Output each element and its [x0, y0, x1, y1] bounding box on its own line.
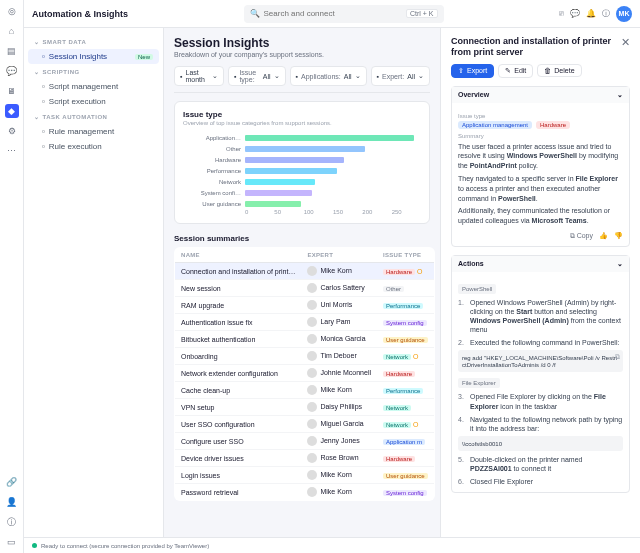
filter-chip[interactable]: ▪Last month⌄	[174, 66, 224, 86]
table-row[interactable]: RAM upgradeUni MorrisPerformance	[175, 297, 435, 314]
overview-accordion[interactable]: Overview⌄	[452, 87, 629, 103]
insights-icon[interactable]: ◆	[5, 104, 19, 118]
thumbs-down-icon[interactable]: 👎	[614, 232, 623, 240]
topbar: Automation & Insights 🔍 Ctrl + K ⎚ 💬 🔔 ⓘ…	[24, 0, 640, 28]
filter-chip[interactable]: ▪Applications:All⌄	[290, 66, 367, 86]
actions-accordion[interactable]: Actions⌄	[452, 256, 629, 272]
chevron-down-icon: ⌄	[34, 68, 40, 75]
tag-icon: ▪	[234, 73, 236, 80]
copy-button[interactable]: ⧉ Copy	[570, 232, 593, 240]
remote-icon[interactable]: 🖥	[5, 84, 19, 98]
filter-bar: ▪Last month⌄▪Issue type:All⌄▪Application…	[174, 66, 430, 93]
step-5: Double-clicked on the printer named PDZZ…	[470, 455, 623, 473]
table-row[interactable]: OnboardingTim DeboerNetwork O	[175, 348, 435, 365]
table-row[interactable]: User SSO configurationMiguel GarciaNetwo…	[175, 416, 435, 433]
section-header[interactable]: ⌄SMART DATA	[28, 34, 159, 49]
table-row[interactable]: Cache clean-upMike KornPerformance	[175, 382, 435, 399]
section-header[interactable]: ⌄TASK AUTOMATION	[28, 109, 159, 124]
table-row[interactable]: Device driver issuesRose BrownHardware	[175, 450, 435, 467]
table-row[interactable]: Connection and installation of print…Mik…	[175, 263, 435, 280]
help-icon[interactable]: ⓘ	[5, 515, 19, 529]
bar-row: System confi…	[183, 187, 421, 198]
item-icon: ▫	[42, 142, 45, 151]
sidebar-item[interactable]: ▫Rule execution	[28, 139, 159, 154]
comment-icon[interactable]: 💬	[570, 9, 580, 18]
workflow-icon[interactable]: ⚙	[5, 124, 19, 138]
export-button[interactable]: ⇪Export	[451, 64, 494, 78]
page-subtitle: Breakdown of your company's support sess…	[174, 51, 430, 58]
copy-code-icon[interactable]: ⧉	[615, 353, 620, 361]
page-title: Session Insights	[174, 36, 430, 50]
chevron-down-icon: ⌄	[617, 91, 623, 99]
calendar-icon: ▪	[180, 73, 182, 80]
search-input[interactable]: 🔍 Ctrl + K	[244, 5, 444, 23]
sidebar-item[interactable]: ▫Session InsightsNew	[28, 49, 159, 64]
devices-icon[interactable]: ▤	[5, 44, 19, 58]
table-row[interactable]: Authentication issue fixLary PamSystem c…	[175, 314, 435, 331]
table-row[interactable]: New sessionCarlos SatteryOther	[175, 280, 435, 297]
user-icon: ▪	[377, 73, 379, 80]
filter-chip[interactable]: ▪Expert:All⌄	[371, 66, 430, 86]
step-4: Navigated to the following network path …	[470, 415, 623, 433]
chevron-down-icon: ⌄	[274, 72, 280, 80]
chevron-down-icon: ⌄	[34, 113, 40, 120]
more-icon[interactable]: ⋯	[5, 144, 19, 158]
search-icon: 🔍	[250, 9, 260, 18]
chart-subtitle: Overview of top issue categories from su…	[183, 120, 421, 126]
link-icon[interactable]: 🔗	[5, 475, 19, 489]
chevron-down-icon: ⌄	[212, 72, 218, 80]
search-field[interactable]	[264, 9, 402, 18]
step-3: Opened File Explorer by clicking on the …	[470, 392, 623, 410]
phone-icon[interactable]: ⎚	[559, 9, 564, 18]
chevron-down-icon: ⌄	[355, 72, 361, 80]
summaries-heading: Session summaries	[174, 234, 430, 243]
delete-button[interactable]: 🗑Delete	[537, 64, 581, 77]
col-header[interactable]: NAME	[175, 248, 302, 263]
bell-icon[interactable]: 🔔	[586, 9, 596, 18]
sidebar: ⌄SMART DATA▫Session InsightsNew⌄SCRIPTIN…	[24, 28, 164, 537]
table-row[interactable]: Bitbucket authenticationMonica GarciaUse…	[175, 331, 435, 348]
detail-drawer: Connection and installation of printer f…	[440, 28, 640, 537]
table-row[interactable]: Configure user SSOJenny JonesApplication…	[175, 433, 435, 450]
table-row[interactable]: Login issuesMike KornUser guidance	[175, 467, 435, 484]
thumbs-up-icon[interactable]: 👍	[599, 232, 608, 240]
summary-p2: They navigated to a specific server in F…	[458, 174, 623, 203]
pill-hw: Hardware	[536, 121, 570, 129]
issue-type-chart: Issue type Overview of top issue categor…	[174, 101, 430, 224]
chat-icon[interactable]: 💬	[5, 64, 19, 78]
section-header[interactable]: ⌄SCRIPTING	[28, 64, 159, 79]
edit-button[interactable]: ✎Edit	[498, 64, 533, 78]
drawer-title: Connection and installation of printer f…	[451, 36, 617, 58]
col-header[interactable]: ISSUE TYPE	[377, 248, 434, 263]
bar-row: Other	[183, 143, 421, 154]
powershell-label: PowerShell	[458, 284, 496, 294]
summary-p1: The user faced a printer access issue an…	[458, 142, 623, 171]
step-2: Executed the following command in PowerS…	[470, 338, 619, 347]
export-icon: ⇪	[458, 67, 464, 75]
chart-title: Issue type	[183, 110, 421, 119]
delete-icon: 🗑	[544, 67, 551, 74]
table-row[interactable]: VPN setupDaisy PhillipsNetwork	[175, 399, 435, 416]
status-bar: Ready to connect (secure connection prov…	[24, 537, 640, 553]
bar-row: Hardware	[183, 154, 421, 165]
bar-row: Application…	[183, 132, 421, 143]
sidebar-item[interactable]: ▫Script execution	[28, 94, 159, 109]
chevron-down-icon: ⌄	[34, 38, 40, 45]
table-row[interactable]: Password retrievalMike KornSystem config	[175, 484, 435, 501]
col-header[interactable]: EXPERT	[301, 248, 377, 263]
table-row[interactable]: Network extender configurationJohnie Mco…	[175, 365, 435, 382]
user-icon[interactable]: 👤	[5, 495, 19, 509]
avatar[interactable]: MK	[616, 6, 632, 22]
sidebar-item[interactable]: ▫Script management	[28, 79, 159, 94]
sidebar-item[interactable]: ▫Rule management	[28, 124, 159, 139]
filter-chip[interactable]: ▪Issue type:All⌄	[228, 66, 286, 86]
logo-icon[interactable]: ◎	[5, 4, 19, 18]
edit-icon: ✎	[505, 67, 511, 75]
notify-icon[interactable]: ▭	[5, 535, 19, 549]
info-icon[interactable]: ⓘ	[602, 8, 610, 19]
search-shortcut: Ctrl + K	[406, 9, 438, 18]
new-badge: New	[135, 54, 153, 60]
close-icon[interactable]: ✕	[621, 36, 630, 49]
grid-icon: ▪	[296, 73, 298, 80]
home-icon[interactable]: ⌂	[5, 24, 19, 38]
